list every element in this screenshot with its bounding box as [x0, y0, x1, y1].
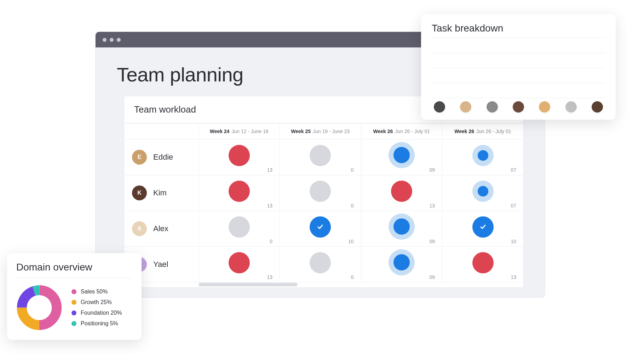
task-breakdown-chart — [432, 38, 605, 98]
window-control-close[interactable] — [103, 38, 107, 42]
week-range: Jun 26 - July 01 — [395, 129, 430, 134]
workload-cell[interactable]: 09 — [361, 247, 442, 282]
status-bubble — [310, 216, 331, 238]
cell-count: 13 — [267, 274, 272, 280]
horizontal-scrollbar[interactable] — [124, 282, 523, 287]
cell-count: 13 — [511, 274, 516, 280]
avatar — [539, 101, 550, 113]
week-number: Week 24 — [210, 129, 230, 134]
cell-count: 07 — [511, 167, 516, 173]
legend-label: Foundation 20% — [81, 310, 122, 316]
avatar — [592, 101, 603, 113]
workload-cell[interactable]: 0 — [199, 211, 280, 246]
domain-overview-card: Domain overview Sales 50% Growth 25% Fou… — [7, 253, 142, 340]
workload-cell[interactable]: 13 — [199, 139, 280, 175]
team-workload-panel: Team workload Week 24Jun 12 - June 16Wee… — [124, 96, 524, 288]
workload-cell[interactable]: 0 — [280, 139, 361, 175]
legend-swatch — [71, 310, 76, 315]
avatar: K — [132, 185, 147, 200]
cell-count: 09 — [429, 167, 435, 173]
workload-cell[interactable]: 13 — [199, 247, 280, 282]
week-number: Week 25 — [291, 129, 311, 134]
legend-swatch — [71, 289, 76, 294]
avatar — [434, 101, 445, 113]
week-number: Week 26 — [454, 129, 474, 134]
status-bubble — [472, 216, 494, 238]
cell-count: 0 — [270, 239, 272, 244]
domain-overview-title: Domain overview — [16, 262, 132, 273]
status-bubble — [310, 145, 331, 166]
cell-count: 0 — [351, 203, 354, 209]
legend-label: Growth 25% — [81, 299, 112, 306]
cell-count: 09 — [429, 239, 435, 244]
week-header: Week 25Jun 19 - June 23 — [280, 124, 361, 139]
person-cell[interactable]: K Kim — [124, 179, 199, 207]
table-row: K Kim 13 0 13 07 — [124, 175, 523, 211]
legend-swatch — [71, 321, 76, 326]
cell-count: 0 — [351, 274, 354, 280]
check-icon — [479, 223, 487, 231]
workload-cell[interactable]: 07 — [442, 175, 523, 211]
legend-item[interactable]: Foundation 20% — [71, 310, 122, 316]
avatar: E — [132, 150, 147, 165]
legend-swatch — [71, 300, 76, 305]
person-cell[interactable]: A Alex — [124, 215, 199, 242]
status-bubble — [389, 249, 415, 275]
status-bubble — [229, 216, 250, 238]
cell-count: 13 — [429, 203, 435, 209]
avatar — [460, 101, 471, 113]
domain-legend: Sales 50% Growth 25% Foundation 20% Posi… — [71, 289, 122, 327]
avatar — [513, 101, 524, 113]
status-bubble — [229, 252, 250, 273]
check-icon — [316, 223, 324, 231]
week-number: Week 26 — [373, 129, 393, 134]
task-breakdown-card: Task breakdown — [421, 14, 616, 120]
status-bubble — [229, 181, 250, 202]
table-row: A Alex 0 10 09 10 — [124, 211, 523, 247]
week-range: Jun 12 - June 16 — [231, 129, 268, 134]
status-bubble — [472, 181, 494, 202]
workload-cell[interactable]: 13 — [199, 175, 280, 211]
person-name: Kim — [153, 188, 167, 198]
avatar: A — [132, 221, 147, 236]
week-range: Jun 19 - June 23 — [313, 129, 350, 134]
cell-count: 13 — [267, 167, 272, 173]
task-breakdown-title: Task breakdown — [432, 23, 605, 34]
status-bubble — [389, 142, 415, 168]
window-control-min[interactable] — [110, 38, 114, 42]
status-bubble — [389, 213, 415, 240]
workload-cell[interactable]: 13 — [361, 175, 442, 211]
workload-cell[interactable]: 09 — [361, 211, 442, 246]
table-row: Y Yael 13 0 09 13 — [124, 247, 523, 282]
workload-cell[interactable]: 13 — [442, 247, 523, 282]
week-header: Week 26Jun 26 - July 01 — [442, 124, 524, 139]
status-bubble — [472, 145, 494, 166]
week-range: Jun 26 - July 01 — [476, 129, 511, 134]
legend-item[interactable]: Positioning 5% — [71, 320, 122, 327]
legend-item[interactable]: Sales 50% — [71, 289, 122, 295]
week-header: Week 24Jun 12 - June 16 — [199, 124, 280, 139]
workload-cell[interactable]: 0 — [280, 247, 361, 282]
legend-item[interactable]: Growth 25% — [71, 299, 122, 306]
week-header: Week 26Jun 26 - July 01 — [361, 124, 442, 139]
avatar — [565, 101, 577, 113]
cell-count: 09 — [429, 274, 435, 280]
legend-label: Sales 50% — [81, 289, 108, 295]
table-row: E Eddie 13 0 09 07 — [124, 139, 523, 175]
workload-cell[interactable]: 07 — [442, 139, 523, 175]
status-bubble — [310, 181, 331, 202]
workload-cell[interactable]: 0 — [280, 175, 361, 211]
person-cell[interactable]: E Eddie — [124, 143, 199, 171]
window-control-max[interactable] — [117, 38, 121, 42]
person-name: Alex — [153, 224, 168, 233]
workload-cell[interactable]: 10 — [442, 211, 523, 246]
cell-count: 0 — [351, 167, 354, 173]
status-bubble — [391, 181, 412, 202]
workload-cell[interactable]: 10 — [280, 211, 361, 246]
workload-cell[interactable]: 09 — [361, 139, 442, 175]
status-bubble — [472, 252, 494, 273]
svg-point-0 — [28, 297, 50, 319]
status-bubble — [229, 145, 250, 166]
workload-table: Week 24Jun 12 - June 16Week 25Jun 19 - J… — [124, 123, 523, 282]
cell-count: 10 — [348, 239, 354, 244]
